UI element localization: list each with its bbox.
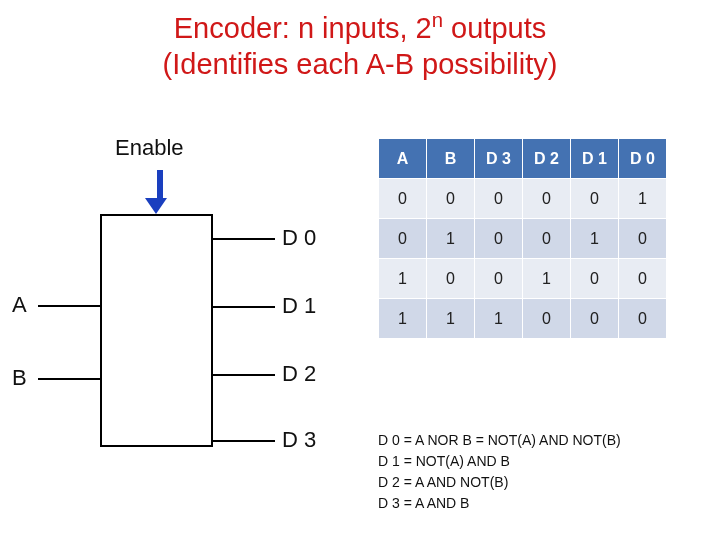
- encoder-diagram: Enable A B D 0 D 1 D 2 D 3: [20, 130, 350, 510]
- output-D2-label: D 2: [282, 361, 316, 387]
- cell: 0: [427, 179, 475, 219]
- cell: 1: [475, 299, 523, 339]
- table-header-row: A B D 3 D 2 D 1 D 0: [379, 139, 667, 179]
- title-line1-b: outputs: [443, 12, 546, 44]
- cell: 0: [427, 259, 475, 299]
- cell: 0: [571, 259, 619, 299]
- cell: 0: [379, 179, 427, 219]
- cell: 0: [619, 259, 667, 299]
- table-row: 0 0 0 0 0 1: [379, 179, 667, 219]
- title-line1-a: Encoder: n inputs, 2: [174, 12, 432, 44]
- cell: 0: [571, 299, 619, 339]
- table-row: 1 0 0 1 0 0: [379, 259, 667, 299]
- enable-label: Enable: [115, 135, 184, 161]
- table-row: 0 1 0 0 1 0: [379, 219, 667, 259]
- cell: 0: [523, 299, 571, 339]
- cell: 0: [523, 219, 571, 259]
- th-D2: D 2: [523, 139, 571, 179]
- wire-D1: [213, 306, 275, 308]
- cell: 0: [571, 179, 619, 219]
- cell: 0: [475, 219, 523, 259]
- encoder-block: [100, 214, 213, 447]
- arrow-down-icon: [153, 170, 167, 214]
- cell: 0: [475, 179, 523, 219]
- cell: 0: [475, 259, 523, 299]
- cell: 1: [427, 219, 475, 259]
- eq-d3: D 3 = A AND B: [378, 493, 621, 514]
- wire-D3: [213, 440, 275, 442]
- table-row: 1 1 1 0 0 0: [379, 299, 667, 339]
- wire-B: [38, 378, 100, 380]
- cell: 0: [379, 219, 427, 259]
- input-A-label: A: [12, 292, 27, 318]
- cell: 1: [379, 299, 427, 339]
- title-line2: (Identifies each A-B possibility): [163, 48, 558, 80]
- output-D3-label: D 3: [282, 427, 316, 453]
- input-B-label: B: [12, 365, 27, 391]
- cell: 1: [619, 179, 667, 219]
- th-B: B: [427, 139, 475, 179]
- th-D0: D 0: [619, 139, 667, 179]
- eq-d0: D 0 = A NOR B = NOT(A) AND NOT(B): [378, 430, 621, 451]
- wire-D0: [213, 238, 275, 240]
- output-D1-label: D 1: [282, 293, 316, 319]
- cell: 1: [571, 219, 619, 259]
- cell: 1: [427, 299, 475, 339]
- cell: 0: [619, 299, 667, 339]
- output-D0-label: D 0: [282, 225, 316, 251]
- wire-D2: [213, 374, 275, 376]
- title-superscript: n: [432, 9, 443, 31]
- wire-A: [38, 305, 100, 307]
- cell: 0: [523, 179, 571, 219]
- slide-title: Encoder: n inputs, 2n outputs (Identifie…: [0, 0, 720, 82]
- cell: 1: [523, 259, 571, 299]
- cell: 0: [619, 219, 667, 259]
- th-A: A: [379, 139, 427, 179]
- boolean-equations: D 0 = A NOR B = NOT(A) AND NOT(B) D 1 = …: [378, 430, 621, 514]
- th-D1: D 1: [571, 139, 619, 179]
- eq-d1: D 1 = NOT(A) AND B: [378, 451, 621, 472]
- th-D3: D 3: [475, 139, 523, 179]
- truth-table: A B D 3 D 2 D 1 D 0 0 0 0 0 0 1 0 1 0 0 …: [378, 138, 667, 339]
- eq-d2: D 2 = A AND NOT(B): [378, 472, 621, 493]
- table-body: 0 0 0 0 0 1 0 1 0 0 1 0 1 0 0 1 0 0 1 1 …: [379, 179, 667, 339]
- cell: 1: [379, 259, 427, 299]
